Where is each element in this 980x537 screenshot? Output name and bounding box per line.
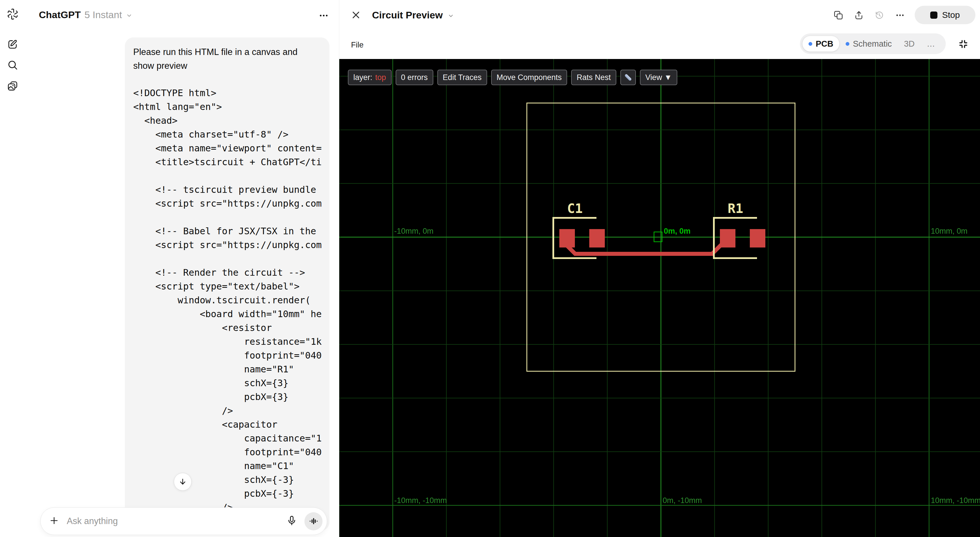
tab-schematic[interactable]: Schematic <box>840 36 898 52</box>
collapse-icon[interactable] <box>957 38 969 50</box>
more-options-icon[interactable] <box>893 9 907 22</box>
grid-coordinate-label: 10mm, -10mm <box>931 496 980 505</box>
chevron-down-icon <box>126 12 133 19</box>
voice-mode-button[interactable] <box>304 512 323 531</box>
pcb-canvas[interactable]: layer:top0 errorsEdit TracesMove Compone… <box>339 59 980 537</box>
stop-label: Stop <box>942 10 960 20</box>
sidebar <box>0 0 25 537</box>
grid-coordinate-label: -10mm, 0m <box>394 227 434 236</box>
smd-pad-c1[interactable] <box>559 229 575 247</box>
live-dot-icon <box>808 42 812 46</box>
stop-button[interactable]: Stop <box>915 6 975 24</box>
menu-file[interactable]: File <box>351 39 364 51</box>
tab-label: … <box>927 39 935 49</box>
search-icon[interactable] <box>6 59 19 72</box>
smd-pad-r1[interactable] <box>750 229 765 247</box>
user-message-text: Please run this HTML file in a canvas an… <box>133 45 329 73</box>
stop-square-icon <box>930 11 937 19</box>
reference-label-r1: R1 <box>728 201 743 216</box>
history-icon[interactable] <box>873 9 886 22</box>
grid-coordinate-label: -10mm, -10mm <box>394 496 447 505</box>
code-block: <!DOCTYPE html> <html lang="en"> <head> … <box>133 86 329 514</box>
origin-coordinate-label: 0m, 0m <box>664 227 690 236</box>
pcb-drawing[interactable]: -10mm, 0m10mm, 0m-10mm, -10mm0m, -10mm10… <box>339 59 980 537</box>
message-line: Please run this HTML file in a canvas an… <box>133 45 329 59</box>
tab-[interactable]: … <box>921 36 941 52</box>
scroll-to-bottom-button[interactable] <box>174 473 192 491</box>
smd-pad-c1[interactable] <box>589 229 605 247</box>
chat-title: ChatGPT <box>39 9 81 21</box>
tab-label: PCB <box>816 39 833 49</box>
tab-label: Schematic <box>853 39 892 49</box>
layer-value: top <box>375 73 386 82</box>
arrow-down-icon <box>178 477 187 486</box>
voice-waveform-icon <box>309 516 318 526</box>
copy-icon[interactable] <box>832 9 845 22</box>
app: ChatGPT 5 Instant Please run this HTML f… <box>0 0 980 537</box>
pencil-icon <box>624 73 633 82</box>
tab-pcb[interactable]: PCB <box>802 36 840 52</box>
chat-options-icon[interactable] <box>317 9 331 22</box>
view-mode-tabs: PCBSchematic3D… <box>800 33 946 54</box>
smd-pad-r1[interactable] <box>720 229 735 247</box>
live-dot-icon <box>846 42 850 46</box>
layer-button[interactable]: layer:top <box>348 70 391 85</box>
tab-label: 3D <box>904 39 915 49</box>
preview-title-wrap[interactable]: Circuit Preview <box>372 10 454 21</box>
message-line: show preview <box>133 59 329 73</box>
chatgpt-logo-icon <box>6 8 19 21</box>
preview-title: Circuit Preview <box>372 10 443 21</box>
user-message-bubble: Please run this HTML file in a canvas an… <box>125 37 329 531</box>
reference-label-c1: C1 <box>567 201 583 216</box>
microphone-icon[interactable] <box>286 515 298 527</box>
edit-pencil-button[interactable] <box>620 70 636 85</box>
library-icon[interactable] <box>6 80 19 92</box>
composer-placeholder[interactable]: Ask anything <box>67 516 286 526</box>
layer-label: layer: <box>353 73 372 82</box>
circuit-preview-panel: Circuit Preview Stop <box>339 0 980 537</box>
grid-coordinate-label: 10mm, 0m <box>931 227 967 236</box>
rats-nest-button[interactable]: Rats Nest <box>571 70 616 85</box>
composer[interactable]: Ask anything <box>40 507 327 535</box>
tab-3d[interactable]: 3D <box>898 36 921 52</box>
close-icon[interactable] <box>350 9 362 21</box>
pcb-toolbar: layer:top0 errorsEdit TracesMove Compone… <box>348 70 677 85</box>
chat-panel: ChatGPT 5 Instant Please run this HTML f… <box>25 0 339 537</box>
new-chat-icon[interactable] <box>6 38 19 51</box>
chat-model: 5 Instant <box>84 9 122 21</box>
chat-header[interactable]: ChatGPT 5 Instant <box>39 9 133 21</box>
0-errors-button[interactable]: 0 errors <box>396 70 433 85</box>
view-button[interactable]: View ▼ <box>640 70 677 85</box>
edit-traces-button[interactable]: Edit Traces <box>438 70 487 85</box>
share-icon[interactable] <box>852 9 865 22</box>
plus-icon[interactable] <box>49 515 60 527</box>
chevron-down-icon <box>447 13 454 19</box>
move-components-button[interactable]: Move Components <box>491 70 567 85</box>
grid-coordinate-label: 0m, -10mm <box>663 496 702 505</box>
